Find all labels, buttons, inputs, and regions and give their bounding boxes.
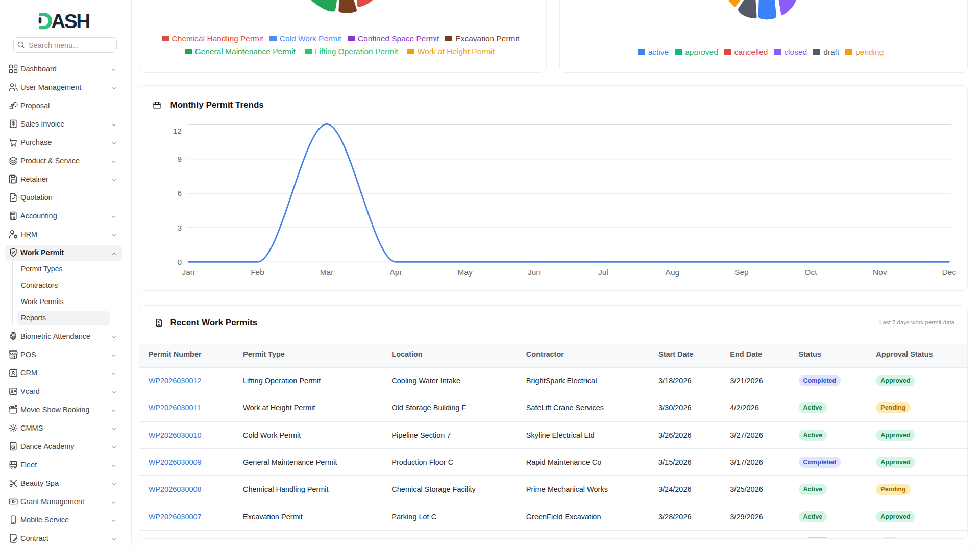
svg-text:May: May xyxy=(457,268,473,277)
svg-text:6: 6 xyxy=(177,189,182,197)
svg-text:12: 12 xyxy=(173,127,182,135)
svg-text:0: 0 xyxy=(177,258,182,266)
svg-text:Apr: Apr xyxy=(389,268,402,277)
svg-text:ASH: ASH xyxy=(51,11,89,31)
svg-text:Jul: Jul xyxy=(598,268,608,277)
svg-text:Oct: Oct xyxy=(804,268,817,277)
svg-text:Mar: Mar xyxy=(320,268,334,277)
svg-text:Aug: Aug xyxy=(666,268,680,277)
svg-text:9: 9 xyxy=(177,155,182,163)
svg-text:Feb: Feb xyxy=(251,268,264,277)
svg-text:3: 3 xyxy=(177,223,182,232)
svg-text:Sep: Sep xyxy=(734,268,749,277)
svg-text:Dec: Dec xyxy=(942,268,957,277)
svg-text:Jun: Jun xyxy=(528,268,541,277)
svg-text:Nov: Nov xyxy=(873,268,887,277)
svg-text:Jan: Jan xyxy=(182,268,195,277)
